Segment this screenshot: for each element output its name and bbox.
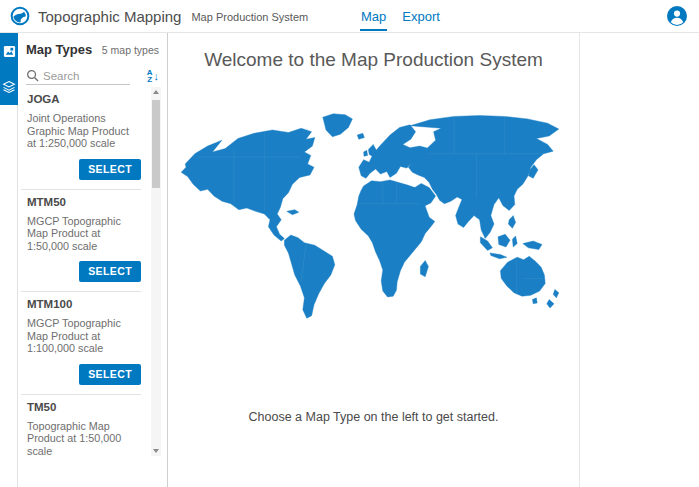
layers-tool-button[interactable] bbox=[0, 69, 18, 105]
map-type-item: MTM50 MGCP Topographic Map Product at 1:… bbox=[21, 190, 141, 293]
map-type-actions: SELECT bbox=[27, 261, 141, 281]
sort-az-button[interactable]: AZ ↓ bbox=[147, 69, 159, 85]
map-type-item: TM50 Topographic Map Product at 1:50,000… bbox=[21, 395, 141, 459]
main-content: Welcome to the Map Production System bbox=[168, 33, 580, 487]
helper-text: Choose a Map Type on the left to get sta… bbox=[168, 410, 579, 424]
map-type-name: MTM100 bbox=[27, 298, 141, 311]
sort-arrow-icon: ↓ bbox=[154, 71, 160, 82]
search-icon bbox=[26, 69, 39, 82]
scroll-down-icon bbox=[153, 449, 159, 453]
app-title: Topographic Mapping bbox=[38, 8, 181, 25]
nav-tab-export[interactable]: Export bbox=[401, 2, 441, 31]
app-body: Map Types 5 map types AZ ↓ JOGA Joint Op… bbox=[0, 33, 699, 487]
select-button[interactable]: SELECT bbox=[79, 364, 141, 385]
app-subtitle: Map Production System bbox=[191, 11, 308, 23]
world-map-graphic bbox=[174, 113, 574, 325]
map-type-description: Topographic Map Product at 1:50,000 scal… bbox=[27, 420, 141, 458]
nav-tab-map[interactable]: Map bbox=[360, 2, 387, 31]
scrollbar-thumb[interactable] bbox=[152, 100, 160, 188]
search-input[interactable] bbox=[43, 70, 127, 82]
world-map bbox=[174, 113, 574, 325]
map-types-tool-icon bbox=[3, 45, 16, 58]
panel-title: Map Types bbox=[26, 42, 92, 57]
map-type-description: MGCP Topographic Map Product at 1:100,00… bbox=[27, 317, 141, 355]
sidebar-scrollbar[interactable] bbox=[151, 87, 161, 456]
select-button[interactable]: SELECT bbox=[79, 159, 141, 180]
globe-logo-icon bbox=[10, 6, 30, 26]
map-type-actions: SELECT bbox=[27, 364, 141, 384]
map-types-count: 5 map types bbox=[102, 44, 159, 56]
map-type-name: MTM50 bbox=[27, 196, 141, 209]
sort-az-icon: AZ bbox=[147, 69, 153, 83]
map-type-description: MGCP Topographic Map Product at 1:50,000… bbox=[27, 215, 141, 253]
user-avatar-icon[interactable] bbox=[667, 6, 687, 26]
map-type-list: JOGA Joint Operations Graphic Map Produc… bbox=[18, 85, 167, 458]
panel-header: Map Types 5 map types bbox=[18, 33, 167, 57]
map-type-item: JOGA Joint Operations Graphic Map Produc… bbox=[21, 87, 141, 190]
layers-icon bbox=[2, 80, 16, 94]
search-row: AZ ↓ bbox=[18, 57, 167, 85]
map-types-tool-button[interactable] bbox=[0, 33, 18, 69]
select-button[interactable]: SELECT bbox=[79, 261, 141, 282]
side-toolbar bbox=[0, 33, 18, 487]
search-box bbox=[26, 69, 130, 85]
welcome-heading: Welcome to the Map Production System bbox=[168, 49, 579, 71]
scroll-down-button[interactable] bbox=[151, 446, 161, 456]
map-type-name: JOGA bbox=[27, 93, 141, 106]
app-header: Topographic Mapping Map Production Syste… bbox=[0, 0, 699, 33]
map-types-panel: Map Types 5 map types AZ ↓ JOGA Joint Op… bbox=[18, 33, 168, 487]
map-type-name: TM50 bbox=[27, 401, 141, 414]
main-nav: Map Export bbox=[360, 0, 441, 33]
map-type-item: MTM100 MGCP Topographic Map Product at 1… bbox=[21, 292, 141, 395]
map-type-description: Joint Operations Graphic Map Product at … bbox=[27, 112, 141, 150]
right-gutter bbox=[580, 33, 699, 487]
scroll-up-button[interactable] bbox=[151, 87, 161, 97]
scroll-up-icon bbox=[153, 90, 159, 94]
map-type-actions: SELECT bbox=[27, 159, 141, 179]
